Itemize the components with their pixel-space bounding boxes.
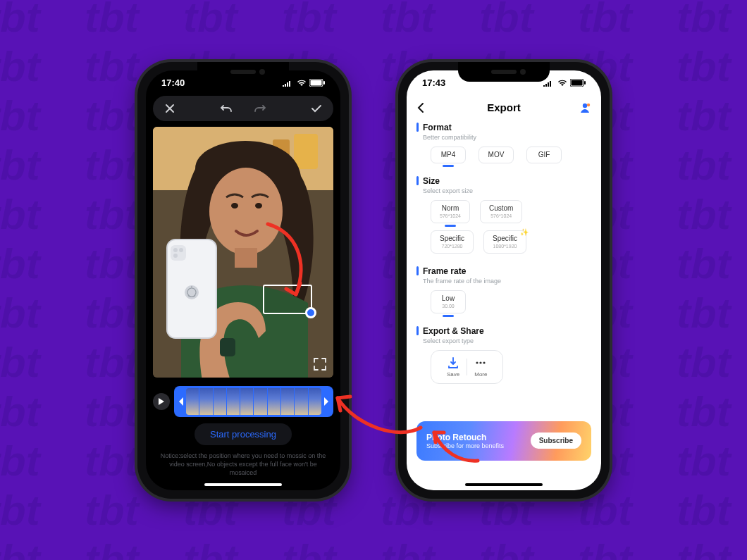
svg-rect-13 [235, 248, 257, 268]
confirm-icon[interactable] [309, 101, 323, 116]
svg-point-11 [231, 203, 238, 209]
section-size: Size Select export size Norm576*1024 Cus… [416, 176, 591, 254]
section-framerate: Frame rate The frame rate of the image L… [416, 266, 591, 313]
svg-point-20 [173, 254, 178, 258]
svg-rect-5 [323, 81, 325, 85]
video-viewport[interactable] [153, 127, 333, 378]
subscribe-button[interactable]: Subscribe [531, 433, 581, 449]
section-title: Size [423, 176, 440, 186]
save-button[interactable]: Save [440, 356, 467, 378]
promo-subtitle: Subscribe for more benefits [426, 442, 504, 449]
svg-rect-17 [171, 245, 186, 261]
status-indicators [283, 79, 325, 87]
home-indicator [204, 483, 282, 486]
sparkle-icon: ✨ [520, 228, 529, 236]
subscribe-banner[interactable]: Photo Retouch Subscribe for more benefit… [416, 421, 591, 461]
section-subtitle: The frame rate of the image [423, 278, 591, 285]
undo-icon[interactable] [219, 101, 233, 116]
trim-handle-left[interactable] [176, 388, 186, 415]
svg-point-26 [587, 103, 590, 106]
selection-resize-handle[interactable] [305, 307, 316, 318]
svg-rect-21 [220, 338, 235, 356]
notch [458, 62, 550, 82]
format-option-mp4[interactable]: MP4 [431, 147, 466, 163]
section-title: Format [423, 123, 452, 132]
play-button[interactable] [153, 393, 170, 410]
framerate-option-low[interactable]: Low30.00 [431, 290, 466, 313]
fullscreen-icon[interactable] [312, 356, 328, 372]
editor-toolbar [153, 96, 333, 121]
video-timeline[interactable] [174, 386, 333, 417]
svg-point-18 [173, 248, 178, 252]
notch [197, 62, 289, 82]
promo-title: Photo Retouch [426, 433, 504, 442]
export-nav: Export [407, 96, 601, 120]
svg-point-10 [209, 168, 283, 255]
more-button[interactable]: More [467, 356, 494, 378]
svg-point-27 [476, 361, 479, 363]
profile-icon[interactable] [579, 101, 591, 114]
section-subtitle: Better compatibility [423, 134, 591, 141]
size-option-norm[interactable]: Norm576*1024 [431, 200, 470, 223]
trim-handle-right[interactable] [321, 388, 331, 415]
svg-rect-7 [294, 134, 318, 169]
mosaic-selection-box[interactable] [263, 285, 312, 314]
svg-point-28 [480, 361, 482, 363]
redo-icon[interactable] [253, 101, 267, 116]
phone-editor: 17:40 [137, 62, 349, 499]
export-content: Format Better compatibility MP4 MOV GIF … [416, 123, 591, 480]
section-title: Frame rate [423, 266, 466, 276]
notice-text: Notice:select the position where you nee… [159, 452, 328, 477]
section-export-share: Export & Share Select export type Save [416, 326, 591, 384]
svg-point-25 [583, 103, 587, 107]
start-processing-button[interactable]: Start processing [195, 423, 292, 445]
phone-export: 17:43 Export Format Bet [398, 62, 610, 499]
svg-rect-24 [584, 81, 586, 85]
home-indicator [465, 483, 543, 486]
size-option-custom[interactable]: Custom576*1024 [480, 200, 522, 223]
format-option-mov[interactable]: MOV [479, 147, 514, 163]
status-indicators [543, 79, 586, 87]
timeline-row [153, 386, 333, 417]
page-title: Export [487, 101, 521, 113]
svg-rect-4 [311, 80, 322, 86]
svg-point-19 [179, 248, 183, 252]
back-icon[interactable] [416, 102, 425, 113]
format-option-gif[interactable]: GIF [526, 147, 562, 163]
status-time: 17:43 [422, 77, 445, 88]
status-time: 17:40 [161, 77, 185, 88]
svg-rect-23 [572, 80, 583, 86]
download-icon [447, 356, 459, 369]
size-option-720[interactable]: Specific720*1280 [431, 230, 474, 254]
size-option-1080[interactable]: Specific1080*1920✨ [483, 230, 526, 254]
svg-point-29 [483, 361, 486, 363]
section-title: Export & Share [423, 326, 484, 336]
section-format: Format Better compatibility MP4 MOV GIF [416, 123, 591, 163]
more-icon [474, 356, 487, 369]
section-subtitle: Select export type [423, 337, 591, 344]
section-subtitle: Select export size [423, 187, 591, 194]
svg-point-12 [255, 203, 262, 209]
timeline-thumbnails [186, 388, 321, 415]
close-icon[interactable] [163, 101, 177, 116]
